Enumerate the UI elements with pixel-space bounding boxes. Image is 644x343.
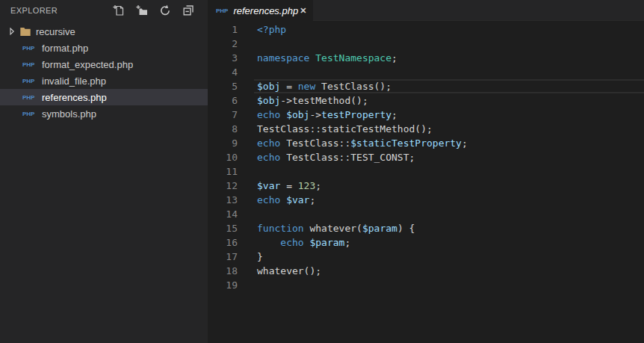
tab-label: references.php: [233, 5, 298, 16]
code-line-11[interactable]: 11: [208, 164, 644, 179]
code-line-5[interactable]: 5$obj = new TestClass();: [208, 79, 644, 93]
code-text: [238, 37, 257, 51]
code-line-10[interactable]: 10echo TestClass::TEST_CONST;: [208, 150, 644, 164]
tree-file-references-php[interactable]: PHPreferences.php: [0, 89, 208, 105]
chevron-right-icon[interactable]: [6, 25, 18, 37]
vscode-window: EXPLORER recursivePHPformat.phpPHPformat…: [0, 0, 644, 343]
explorer-header: EXPLORER: [0, 0, 208, 21]
token-def: whatever(: [304, 223, 362, 234]
tree-file-format-expected-php[interactable]: PHPformat_expected.php: [0, 56, 208, 72]
token-def: [280, 109, 286, 120]
code-line-18[interactable]: 18whatever();: [208, 264, 644, 278]
explorer-actions: [113, 4, 194, 16]
token-def: ) {: [397, 223, 415, 234]
code-text: [238, 65, 257, 79]
code-text: echo $param;: [238, 235, 350, 250]
code-line-13[interactable]: 13echo $var;: [208, 193, 644, 207]
tree-folder-recursive[interactable]: recursive: [0, 23, 208, 40]
token-def: ;: [391, 109, 397, 120]
line-number: 10: [208, 150, 238, 164]
code-editor[interactable]: 1<?php23namespace TestNamespace;45$obj =…: [208, 21, 644, 343]
tab-references-php[interactable]: PHP references.php ✕: [208, 0, 313, 22]
line-number: 18: [208, 264, 238, 278]
php-file-icon: PHP: [22, 94, 37, 101]
token-def: TestClass::: [280, 137, 350, 149]
token-kw: echo: [280, 237, 303, 248]
token-def: ->testMethod();: [280, 95, 368, 106]
php-file-icon: PHP: [22, 111, 37, 117]
token-num: 123: [298, 180, 315, 191]
line-number: 7: [208, 108, 238, 122]
token-def: =: [280, 180, 297, 191]
code-text: }: [238, 250, 263, 264]
line-number: 16: [208, 235, 238, 250]
token-def: ;: [462, 137, 468, 149]
line-number: 1: [208, 22, 238, 37]
editor-area: PHP references.php ✕ 1<?php23namespace T…: [208, 0, 644, 343]
new-file-icon[interactable]: [113, 4, 125, 16]
tree-file-format-php[interactable]: PHPformat.php: [0, 40, 208, 56]
code-text: whatever();: [238, 264, 321, 278]
token-var: $var: [257, 180, 280, 191]
line-number: 9: [208, 136, 238, 150]
code-line-12[interactable]: 12$var = 123;: [208, 179, 644, 193]
tree-item-label: format.php: [42, 43, 88, 54]
file-tree: recursivePHPformat.phpPHPformat_expected…: [0, 23, 208, 122]
token-var: $param: [362, 223, 397, 234]
php-file-icon: PHP: [216, 7, 228, 14]
token-var: $obj: [257, 95, 280, 106]
line-number: 15: [208, 221, 238, 235]
code-line-17[interactable]: 17}: [208, 250, 644, 264]
token-def: TestClass::staticTestMethod();: [257, 123, 433, 135]
tab-bar: PHP references.php ✕: [208, 0, 644, 21]
code-line-8[interactable]: 8TestClass::staticTestMethod();: [208, 122, 644, 136]
code-line-6[interactable]: 6$obj->testMethod();: [208, 93, 644, 108]
close-icon[interactable]: ✕: [298, 4, 308, 17]
code-text: $obj->testMethod();: [238, 93, 368, 108]
line-number: 8: [208, 122, 238, 136]
code-line-9[interactable]: 9echo TestClass::$staticTestProperty;: [208, 136, 644, 150]
token-def: =: [280, 81, 297, 92]
token-def: ;: [344, 237, 350, 248]
token-kw: function: [257, 223, 304, 234]
code-line-1[interactable]: 1<?php: [208, 22, 644, 37]
collapse-all-icon[interactable]: [182, 4, 194, 16]
token-def: }: [257, 251, 263, 262]
token-def: [257, 237, 280, 248]
code-line-2[interactable]: 2: [208, 37, 644, 51]
code-line-4[interactable]: 4: [208, 65, 644, 79]
refresh-icon[interactable]: [159, 4, 171, 16]
code-line-14[interactable]: 14: [208, 207, 644, 221]
token-kw: echo: [257, 194, 280, 206]
explorer-title: EXPLORER: [10, 6, 58, 15]
folder-icon: [19, 25, 31, 37]
token-def: [280, 194, 286, 206]
code-text: $obj = new TestClass();: [238, 79, 391, 93]
token-var: testProperty: [321, 109, 391, 120]
token-def: ->: [309, 109, 321, 120]
php-file-icon: PHP: [22, 61, 37, 68]
line-number: 19: [208, 278, 238, 292]
tree-file-symbols-php[interactable]: PHPsymbols.php: [0, 105, 208, 122]
code-text: echo TestClass::TEST_CONST;: [238, 150, 415, 164]
new-folder-icon[interactable]: [136, 4, 148, 16]
code-line-15[interactable]: 15function whatever($param) {: [208, 221, 644, 235]
code-line-3[interactable]: 3namespace TestNamespace;: [208, 51, 644, 65]
line-number: 12: [208, 179, 238, 193]
token-var: $param: [309, 237, 344, 248]
code-line-7[interactable]: 7echo $obj->testProperty;: [208, 108, 644, 122]
code-text: echo $var;: [238, 193, 315, 207]
token-def: ;: [391, 52, 397, 64]
token-var: $obj: [257, 81, 280, 92]
code-line-16[interactable]: 16 echo $param;: [208, 235, 644, 250]
code-text: echo TestClass::$staticTestProperty;: [238, 136, 468, 150]
line-number: 3: [208, 51, 238, 65]
token-def: TestClass::TEST_CONST;: [280, 152, 415, 163]
line-number: 5: [208, 79, 238, 93]
token-kw: <?php: [257, 24, 286, 35]
code-line-19[interactable]: 19: [208, 278, 644, 292]
line-number: 13: [208, 193, 238, 207]
line-number: 2: [208, 37, 238, 51]
line-number: 6: [208, 93, 238, 108]
tree-file-invalid-file-php[interactable]: PHPinvalid_file.php: [0, 72, 208, 89]
